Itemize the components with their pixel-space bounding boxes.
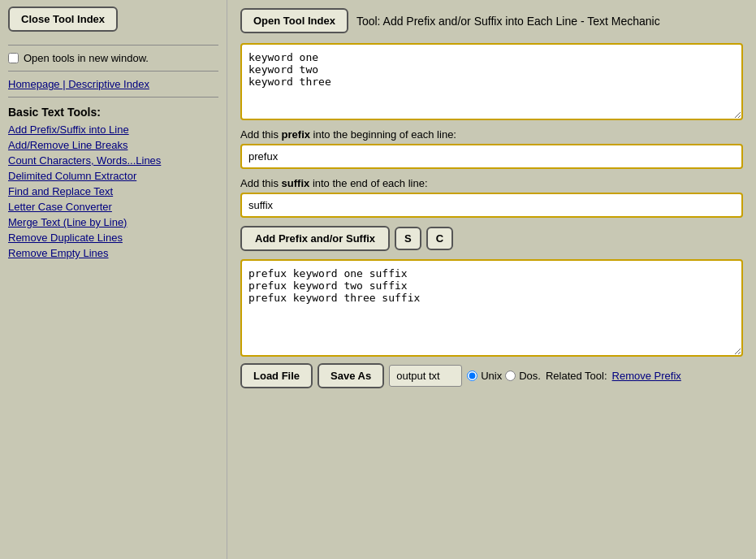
related-tool-label: Related Tool:: [546, 370, 607, 382]
suffix-label: Add this suffix into the end of each lin…: [240, 177, 743, 189]
sidebar-item-count-characters[interactable]: Count Characters, Words...Lines: [8, 154, 218, 167]
sidebar-divider-1: [8, 45, 218, 46]
action-btn-row: Add Prefix and/or Suffix S C: [240, 226, 743, 251]
open-tool-index-button[interactable]: Open Tool Index: [240, 8, 348, 33]
load-file-button[interactable]: Load File: [240, 363, 313, 388]
prefix-input[interactable]: [240, 144, 743, 169]
top-bar: Open Tool Index Tool: Add Prefix and/or …: [240, 8, 743, 33]
open-new-window-checkbox[interactable]: [8, 53, 19, 63]
s-button[interactable]: S: [395, 227, 421, 250]
suffix-label-before: Add this: [240, 177, 282, 189]
sidebar-item-find-replace[interactable]: Find and Replace Text: [8, 185, 218, 197]
sidebar: Close Tool Index Open tools in new windo…: [0, 0, 227, 559]
suffix-label-bold: suffix: [282, 177, 310, 189]
sidebar-item-remove-duplicate[interactable]: Remove Duplicate Lines: [8, 232, 218, 244]
open-new-window-label: Open tools in new window.: [24, 52, 149, 64]
save-as-button[interactable]: Save As: [318, 363, 384, 388]
open-new-window-row: Open tools in new window.: [8, 52, 218, 64]
sidebar-item-remove-empty[interactable]: Remove Empty Lines: [8, 247, 218, 259]
unix-label: Unix: [481, 370, 502, 382]
sidebar-item-add-prefix-suffix[interactable]: Add Prefix/Suffix into Line: [8, 124, 218, 136]
remove-prefix-link[interactable]: Remove Prefix: [612, 370, 681, 382]
prefix-label-after: into the beginning of each line:: [310, 128, 456, 141]
sidebar-divider-2: [8, 71, 218, 72]
sidebar-item-add-remove-line-breaks[interactable]: Add/Remove Line Breaks: [8, 139, 218, 151]
add-prefix-suffix-button[interactable]: Add Prefix and/or Suffix: [240, 226, 390, 251]
c-button[interactable]: C: [426, 227, 453, 250]
radio-group: Unix Dos.: [467, 370, 541, 382]
unix-radio[interactable]: [467, 370, 477, 381]
sidebar-divider-3: [8, 97, 218, 98]
dos-radio[interactable]: [505, 370, 516, 381]
input-textarea[interactable]: [240, 43, 743, 120]
dos-label: Dos.: [519, 370, 541, 382]
prefix-label-bold: prefix: [282, 128, 310, 141]
homepage-descriptive-index-link[interactable]: Homepage | Descriptive Index: [8, 78, 218, 90]
suffix-input[interactable]: [240, 193, 743, 218]
suffix-label-after: into the end of each line:: [309, 177, 427, 189]
prefix-label-before: Add this: [240, 128, 282, 141]
basic-text-tools-title: Basic Text Tools:: [8, 106, 218, 119]
close-tool-index-button[interactable]: Close Tool Index: [8, 6, 118, 32]
sidebar-item-merge-text[interactable]: Merge Text (Line by Line): [8, 216, 218, 228]
sidebar-item-delimited-column[interactable]: Delimited Column Extractor: [8, 170, 218, 182]
bottom-bar: Load File Save As Unix Dos. Related Tool…: [240, 363, 743, 388]
prefix-label: Add this prefix into the beginning of ea…: [240, 128, 743, 141]
output-textarea[interactable]: [240, 259, 743, 357]
filename-input[interactable]: [389, 365, 462, 387]
sidebar-item-letter-case[interactable]: Letter Case Converter: [8, 201, 218, 213]
tool-title: Tool: Add Prefix and/or Suffix into Each…: [356, 15, 660, 28]
main-content: Open Tool Index Tool: Add Prefix and/or …: [227, 0, 756, 559]
